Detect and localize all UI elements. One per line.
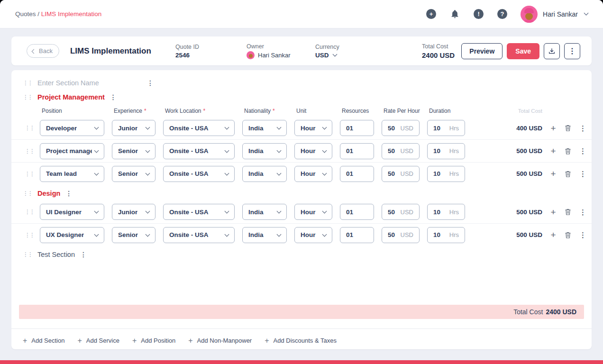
add-service-button[interactable]: + Add Service <box>77 337 119 345</box>
add-row-icon[interactable]: + <box>550 146 557 155</box>
column-duration: Duration <box>429 108 465 114</box>
nationality-select[interactable]: India <box>242 227 287 243</box>
help-icon[interactable]: ? <box>497 9 507 19</box>
experience-select[interactable]: Junior <box>112 120 155 136</box>
chevron-down-icon <box>225 125 229 130</box>
work-location-select[interactable]: Onsite - USA <box>163 227 235 243</box>
add-row-icon[interactable]: + <box>550 124 557 133</box>
position-row: ⋮⋮ Developer Junior Onsite - USA India H… <box>11 117 592 139</box>
position-select[interactable]: UI Designer <box>40 204 104 220</box>
experience-select[interactable]: Senior <box>112 143 155 159</box>
add-position-button[interactable]: + Add Position <box>132 337 175 345</box>
delete-row-icon[interactable] <box>564 231 572 239</box>
drag-handle-icon[interactable]: ⋮⋮ <box>25 171 32 177</box>
add-section-button[interactable]: + Add Section <box>23 337 64 345</box>
unit-select[interactable]: Hour <box>294 120 332 136</box>
owner-avatar <box>247 51 255 59</box>
drag-handle-icon[interactable]: ⋮⋮ <box>23 252 32 257</box>
section-name-input[interactable] <box>37 79 142 87</box>
unit-select[interactable]: Hour <box>294 204 332 220</box>
resources-input[interactable]: 01 <box>340 166 374 182</box>
delete-row-icon[interactable] <box>564 147 572 155</box>
drag-handle-icon[interactable]: ⋮⋮ <box>25 148 32 154</box>
unit-select[interactable]: Hour <box>294 227 332 243</box>
position-select[interactable]: UX Designer <box>40 227 104 243</box>
currency-label: Currency <box>315 44 339 50</box>
section-title[interactable]: Project Management <box>37 93 105 101</box>
preview-button[interactable]: Preview <box>461 43 502 59</box>
resources-input[interactable]: 01 <box>340 120 374 136</box>
unit-select[interactable]: Hour <box>294 143 332 159</box>
resources-input[interactable]: 01 <box>340 227 374 243</box>
drag-handle-icon[interactable]: ⋮⋮ <box>23 80 32 86</box>
row-kebab-menu-icon[interactable]: ⋮ <box>579 209 583 216</box>
work-location-select[interactable]: Onsite - USA <box>163 204 235 220</box>
drag-handle-icon[interactable]: ⋮⋮ <box>25 125 32 131</box>
work-location-select[interactable]: Onsite - USA <box>163 143 235 159</box>
section-title[interactable]: Design <box>37 190 60 197</box>
section-title[interactable]: Test Section <box>37 251 75 258</box>
duration-input[interactable]: 10Hrs <box>427 120 465 136</box>
work-location-select[interactable]: Onsite - USA <box>163 120 235 136</box>
unit-select[interactable]: Hour <box>294 166 332 182</box>
add-discounts-taxes-button[interactable]: + Add Discounts & Taxes <box>265 337 337 345</box>
row-kebab-menu-icon[interactable]: ⋮ <box>579 231 583 238</box>
nationality-select[interactable]: India <box>242 143 287 159</box>
breadcrumb-quotes-link[interactable]: Quotes / <box>15 10 39 18</box>
user-menu-chevron-down-icon[interactable] <box>584 11 589 16</box>
drag-handle-icon[interactable]: ⋮⋮ <box>23 191 32 196</box>
position-select[interactable]: Project manager <box>40 143 104 159</box>
chevron-down-icon <box>146 125 150 130</box>
duration-input[interactable]: 10Hrs <box>427 166 465 182</box>
drag-handle-icon[interactable]: ⋮⋮ <box>23 94 32 100</box>
row-total-cost: 500 USD <box>473 147 542 155</box>
section-kebab-menu-icon[interactable]: ⋮ <box>65 190 72 197</box>
rate-per-hour-input[interactable]: 50USD <box>382 166 420 182</box>
delete-row-icon[interactable] <box>564 208 572 216</box>
nationality-select[interactable]: India <box>242 166 287 182</box>
currency-select[interactable]: USD <box>315 52 339 59</box>
row-kebab-menu-icon[interactable]: ⋮ <box>579 170 583 177</box>
add-row-icon[interactable]: + <box>550 169 557 178</box>
experience-select[interactable]: Senior <box>112 166 155 182</box>
rate-per-hour-input[interactable]: 50USD <box>382 204 420 220</box>
add-row-icon[interactable]: + <box>550 230 557 239</box>
work-location-select[interactable]: Onsite - USA <box>163 166 235 182</box>
row-kebab-menu-icon[interactable]: ⋮ <box>579 147 583 155</box>
download-button[interactable] <box>544 43 560 59</box>
rate-per-hour-input[interactable]: 50USD <box>382 143 420 159</box>
column-position: Position <box>42 108 104 114</box>
section-kebab-menu-icon[interactable]: ⋮ <box>80 251 87 258</box>
nationality-select[interactable]: India <box>242 120 287 136</box>
duration-input[interactable]: 10Hrs <box>427 204 465 220</box>
header-more-options-button[interactable]: ⋮ <box>564 43 580 59</box>
notifications-icon[interactable] <box>450 9 460 19</box>
breadcrumb-current-page: LIMS Implementation <box>41 10 102 18</box>
owner-name: Hari Sankar <box>258 52 291 59</box>
rate-per-hour-input[interactable]: 50USD <box>382 227 420 243</box>
drag-handle-icon[interactable]: ⋮⋮ <box>25 209 32 215</box>
position-select[interactable]: Team lead <box>40 166 104 182</box>
row-kebab-menu-icon[interactable]: ⋮ <box>579 125 583 132</box>
experience-select[interactable]: Junior <box>112 204 155 220</box>
resources-input[interactable]: 01 <box>340 143 374 159</box>
delete-row-icon[interactable] <box>564 124 572 132</box>
experience-select[interactable]: Senior <box>112 227 155 243</box>
create-new-icon[interactable]: + <box>426 9 436 19</box>
section-kebab-menu-icon[interactable]: ⋮ <box>110 94 117 100</box>
position-select[interactable]: Developer <box>40 120 104 136</box>
rate-per-hour-input[interactable]: 50USD <box>382 120 420 136</box>
duration-input[interactable]: 10Hrs <box>427 227 465 243</box>
add-row-icon[interactable]: + <box>550 208 557 217</box>
add-non-manpower-button[interactable]: + Add Non-Manpower <box>188 337 252 345</box>
user-avatar[interactable] <box>521 6 538 23</box>
resources-input[interactable]: 01 <box>340 204 374 220</box>
delete-row-icon[interactable] <box>564 170 572 178</box>
back-button[interactable]: Back <box>27 44 59 58</box>
save-button[interactable]: Save <box>507 43 539 59</box>
nationality-select[interactable]: India <box>242 204 287 220</box>
drag-handle-icon[interactable]: ⋮⋮ <box>25 232 32 238</box>
duration-input[interactable]: 10Hrs <box>427 143 465 159</box>
alerts-icon[interactable]: ! <box>474 9 484 19</box>
section-kebab-menu-icon[interactable]: ⋮ <box>147 80 154 86</box>
